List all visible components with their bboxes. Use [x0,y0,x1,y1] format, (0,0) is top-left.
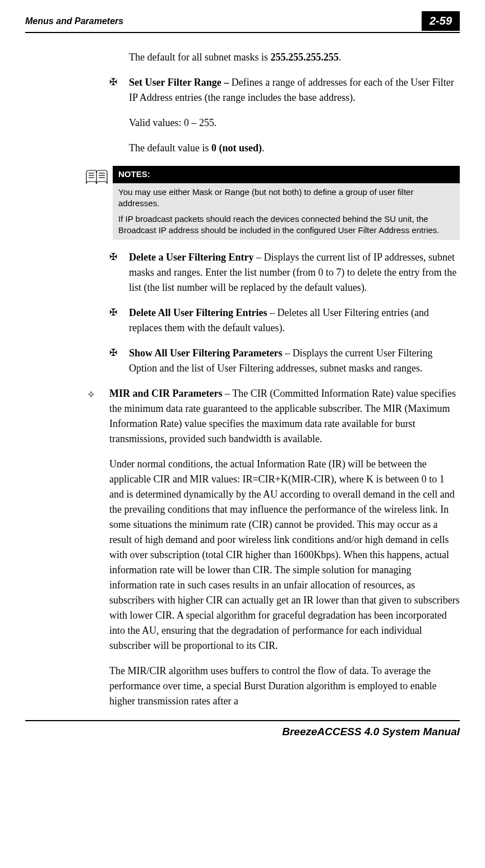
bullet-title: Show All User Filtering Parameters [129,347,283,359]
notes-paragraph-1: You may use either Mask or Range (but no… [118,187,454,210]
text: . [262,142,265,154]
notes-paragraph-2: If IP broadcast packets should reach the… [118,213,454,236]
maltese-cross-icon: ✠ [109,75,117,90]
paragraph-default-value: The default value is 0 (not used). [129,141,460,156]
paragraph-mir-cir-2: Under normal conditions, the actual Info… [109,457,460,653]
text: . [339,52,341,63]
bullet-mir-cir-parameters: ✧ MIR and CIR Parameters – The CIR (Comm… [87,386,460,709]
maltese-cross-icon: ✠ [109,250,117,264]
notes-header: NOTES: [113,166,460,183]
header-page-number: 2-59 [422,11,460,31]
notes-callout: NOTES: You may use either Mask or Range … [84,166,460,240]
maltese-cross-icon: ✠ [109,305,117,320]
notes-body: You may use either Mask or Range (but no… [113,183,460,240]
text: The default value is [129,142,211,154]
paragraph-valid-values: Valid values: 0 – 255. [129,115,460,131]
diamond-star-icon: ✧ [87,387,95,402]
paragraph-default-subnet: The default for all subnet masks is 255.… [129,50,460,65]
maltese-cross-icon: ✠ [109,346,117,360]
page-content: The default for all subnet masks is 255.… [25,50,460,709]
bullet-show-all-user-filtering-parameters: ✠ Show All User Filtering Parameters – D… [109,346,460,376]
text-bold: 255.255.255.255 [270,52,339,63]
page-footer: BreezeACCESS 4.0 System Manual [25,720,460,738]
bullet-title: Delete a User Filtering Entry [129,252,254,263]
footer-manual-name: BreezeACCESS 4.0 System Manual [282,726,460,737]
page-header: Menus and Parameters 2-59 [25,11,460,33]
header-section-title: Menus and Parameters [25,16,123,26]
bullet-delete-all-user-filtering-entries: ✠ Delete All User Filtering Entries – De… [109,305,460,336]
text: The default for all subnet masks is [129,52,270,63]
bullet-set-user-filter-range: ✠ Set User Filter Range – Defines a rang… [109,75,460,156]
paragraph-mir-cir-3: The MIR/CIR algorithm uses buffers to co… [109,663,460,709]
note-book-icon [84,168,109,192]
bullet-title: MIR and CIR Parameters [109,388,222,399]
bullet-title: Delete All User Filtering Entries [129,307,267,318]
bullet-title: Set User Filter Range – [129,77,232,88]
bullet-delete-user-filtering-entry: ✠ Delete a User Filtering Entry – Displa… [109,250,460,295]
text-bold: 0 (not used) [211,142,262,154]
